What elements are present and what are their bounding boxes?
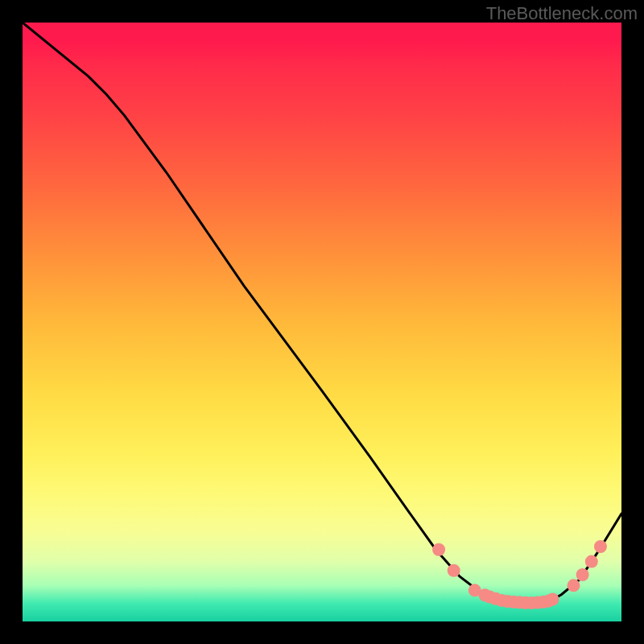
marker-point — [594, 540, 607, 553]
attribution-text: TheBottleneck.com — [486, 3, 638, 24]
marker-point — [448, 564, 460, 577]
marker-point — [432, 543, 445, 556]
bottleneck-curve — [23, 23, 621, 603]
chart-svg — [23, 23, 621, 621]
marker-point — [585, 555, 598, 568]
plot-area — [23, 23, 621, 621]
marker-point — [576, 568, 589, 581]
marker-point — [546, 592, 559, 605]
marker-point — [567, 579, 580, 592]
marker-group — [432, 540, 607, 609]
